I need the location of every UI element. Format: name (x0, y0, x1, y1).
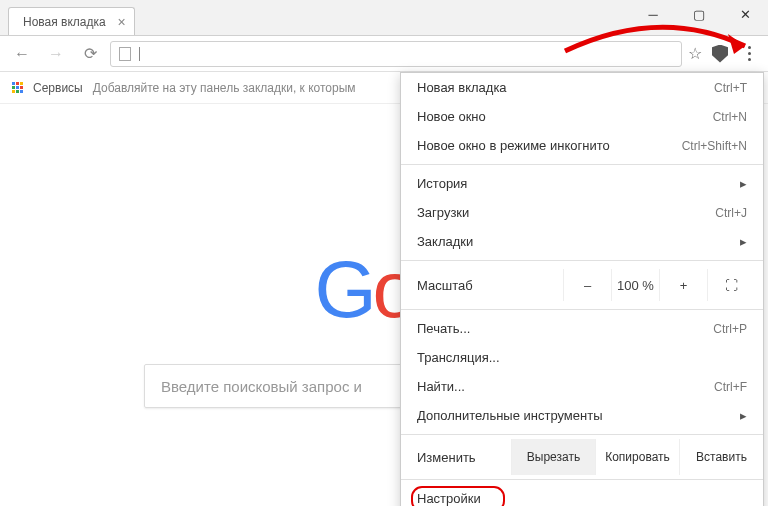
menu-history[interactable]: История ▸ (401, 169, 763, 198)
menu-downloads[interactable]: Загрузки Ctrl+J (401, 198, 763, 227)
menu-separator (401, 164, 763, 165)
submenu-arrow-icon: ▸ (740, 234, 747, 249)
search-placeholder: Введите поисковый запрос и (161, 378, 362, 395)
address-bar[interactable] (110, 41, 682, 67)
menu-zoom: Масштаб – 100 % + ⛶ (401, 265, 763, 305)
menu-find[interactable]: Найти... Ctrl+F (401, 372, 763, 401)
menu-separator (401, 479, 763, 480)
zoom-out-button[interactable]: – (563, 269, 611, 301)
edit-cut-button[interactable]: Вырезать (511, 439, 595, 475)
tab-active[interactable]: Новая вкладка × (8, 7, 135, 35)
menu-incognito[interactable]: Новое окно в режиме инкогнито Ctrl+Shift… (401, 131, 763, 160)
menu-separator (401, 309, 763, 310)
menu-edit: Изменить Вырезать Копировать Вставить (401, 439, 763, 475)
tab-close-icon[interactable]: × (118, 14, 126, 30)
submenu-arrow-icon: ▸ (740, 408, 747, 423)
cursor-caret (139, 47, 140, 61)
page-icon (119, 47, 131, 61)
menu-cast[interactable]: Трансляция... (401, 343, 763, 372)
edit-paste-button[interactable]: Вставить (679, 439, 763, 475)
menu-settings[interactable]: Настройки (401, 484, 763, 506)
edit-copy-button[interactable]: Копировать (595, 439, 679, 475)
menu-print[interactable]: Печать... Ctrl+P (401, 314, 763, 343)
minimize-button[interactable]: ─ (630, 0, 676, 28)
menu-more-tools[interactable]: Дополнительные инструменты ▸ (401, 401, 763, 430)
chrome-menu: Новая вкладка Ctrl+T Новое окно Ctrl+N Н… (400, 72, 764, 506)
apps-icon[interactable] (12, 82, 23, 93)
bookmark-star-icon[interactable]: ☆ (688, 44, 702, 63)
shield-icon[interactable] (712, 45, 728, 63)
services-link[interactable]: Сервисы (33, 81, 83, 95)
close-window-button[interactable]: ✕ (722, 0, 768, 28)
reload-button[interactable]: ⟳ (76, 40, 104, 68)
forward-button[interactable]: → (42, 40, 70, 68)
bookmarks-hint: Добавляйте на эту панель закладки, к кот… (93, 81, 356, 95)
fullscreen-icon[interactable]: ⛶ (707, 269, 755, 301)
zoom-in-button[interactable]: + (659, 269, 707, 301)
menu-new-window[interactable]: Новое окно Ctrl+N (401, 102, 763, 131)
toolbar: ← → ⟳ ☆ (0, 36, 768, 72)
menu-bookmarks[interactable]: Закладки ▸ (401, 227, 763, 256)
maximize-button[interactable]: ▢ (676, 0, 722, 28)
kebab-menu-icon[interactable] (738, 40, 760, 68)
menu-new-tab[interactable]: Новая вкладка Ctrl+T (401, 73, 763, 102)
menu-separator (401, 260, 763, 261)
submenu-arrow-icon: ▸ (740, 176, 747, 191)
tab-title: Новая вкладка (23, 15, 106, 29)
back-button[interactable]: ← (8, 40, 36, 68)
zoom-value: 100 % (611, 269, 659, 301)
menu-separator (401, 434, 763, 435)
